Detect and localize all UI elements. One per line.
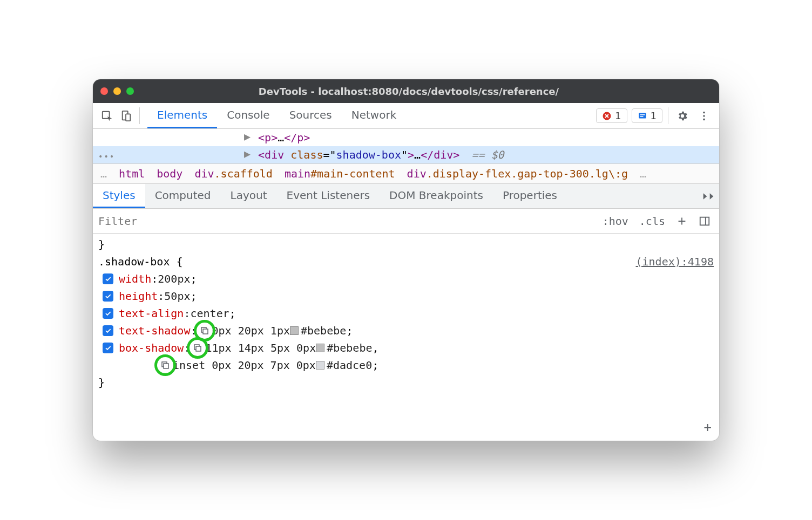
dom-breadcrumbs[interactable]: … html body div.scaffold main#main-conte… bbox=[93, 163, 719, 184]
tab-network[interactable]: Network bbox=[342, 103, 407, 128]
css-declaration[interactable]: text-align: center; bbox=[98, 305, 714, 322]
breadcrumb-item[interactable]: body bbox=[157, 167, 182, 180]
toolbar-separator bbox=[139, 107, 140, 124]
css-declaration[interactable]: text-shadow: 0px 20px 1px #bebebe; bbox=[98, 322, 714, 339]
styles-pane[interactable]: } .shadow-box { (index):4198 width: 200p… bbox=[93, 234, 719, 441]
dom-tree[interactable]: ▶ <p>…</p> ▶ <div class="shadow-box">…</… bbox=[93, 129, 719, 163]
devtools-window: DevTools - localhost:8080/docs/devtools/… bbox=[93, 79, 719, 441]
tab-console[interactable]: Console bbox=[217, 103, 279, 128]
main-tabs: Elements Console Sources Network bbox=[147, 103, 406, 128]
more-menu-icon[interactable] bbox=[693, 103, 715, 128]
toggle-cls-button[interactable]: .cls bbox=[634, 215, 671, 228]
subtab-properties[interactable]: Properties bbox=[493, 184, 567, 208]
rule-close-brace: } bbox=[98, 236, 714, 253]
shadow-editor-icon[interactable] bbox=[160, 360, 171, 371]
css-declaration[interactable]: width: 200px; bbox=[98, 270, 714, 288]
computed-sidebar-toggle-icon[interactable] bbox=[693, 215, 716, 227]
color-swatch-icon[interactable] bbox=[316, 361, 324, 370]
window-controls bbox=[100, 87, 134, 95]
tab-elements[interactable]: Elements bbox=[147, 103, 217, 128]
svg-point-9 bbox=[703, 118, 705, 120]
rule-source-link[interactable]: (index):4198 bbox=[636, 253, 714, 270]
dom-node[interactable]: ▶ <p>…</p> bbox=[93, 129, 719, 146]
expand-triangle-icon[interactable]: ▶ bbox=[244, 129, 252, 145]
toggle-hov-button[interactable]: :hov bbox=[597, 215, 634, 228]
inspect-element-icon[interactable] bbox=[97, 103, 117, 128]
subtab-layout[interactable]: Layout bbox=[221, 184, 277, 208]
css-declaration[interactable]: box-shadow: 11px 14px 5px 0px #bebebe, bbox=[98, 339, 714, 357]
close-window-button[interactable] bbox=[100, 87, 108, 95]
styles-subtabs: Styles Computed Layout Event Listeners D… bbox=[93, 184, 719, 209]
svg-rect-4 bbox=[639, 113, 646, 119]
issues-count: 1 bbox=[651, 110, 657, 121]
declaration-checkbox[interactable] bbox=[103, 325, 113, 336]
svg-rect-6 bbox=[640, 116, 643, 117]
declaration-checkbox[interactable] bbox=[103, 343, 113, 353]
more-subtabs-icon[interactable] bbox=[698, 184, 719, 208]
titlebar: DevTools - localhost:8080/docs/devtools/… bbox=[93, 79, 719, 103]
subtab-styles[interactable]: Styles bbox=[93, 184, 145, 208]
tab-sources[interactable]: Sources bbox=[280, 103, 342, 128]
device-toolbar-icon[interactable] bbox=[117, 103, 136, 128]
declaration-checkbox[interactable] bbox=[103, 291, 113, 302]
svg-rect-12 bbox=[203, 329, 208, 334]
breadcrumb-item[interactable]: div.display-flex.gap-top-300.lg\:g bbox=[407, 167, 628, 180]
svg-rect-16 bbox=[164, 364, 168, 368]
selected-node-marker: == $0 bbox=[471, 148, 504, 161]
breadcrumb-item[interactable]: main#main-content bbox=[285, 167, 395, 180]
subtab-dom-breakpoints[interactable]: DOM Breakpoints bbox=[380, 184, 493, 208]
new-style-rule-icon[interactable] bbox=[671, 215, 693, 227]
maximize-window-button[interactable] bbox=[126, 87, 134, 95]
rule-selector[interactable]: .shadow-box { bbox=[98, 253, 183, 270]
subtab-event-listeners[interactable]: Event Listeners bbox=[277, 184, 380, 208]
svg-rect-14 bbox=[196, 346, 201, 351]
color-swatch-icon[interactable] bbox=[316, 344, 324, 352]
window-title: DevTools - localhost:8080/docs/devtools/… bbox=[134, 86, 684, 97]
dom-node-selected[interactable]: ▶ <div class="shadow-box">…</div> == $0 bbox=[93, 146, 719, 163]
toolbar-separator bbox=[668, 107, 668, 124]
shadow-editor-icon[interactable] bbox=[199, 325, 210, 336]
breadcrumb-overflow-right[interactable]: … bbox=[640, 167, 646, 180]
css-declaration[interactable]: height: 50px; bbox=[98, 288, 714, 305]
declaration-checkbox[interactable] bbox=[103, 308, 113, 319]
breadcrumb-overflow-left[interactable]: … bbox=[100, 167, 107, 180]
main-toolbar: Elements Console Sources Network 1 1 bbox=[93, 103, 719, 129]
add-declaration-icon[interactable]: + bbox=[704, 417, 712, 437]
svg-rect-10 bbox=[700, 217, 709, 225]
declaration-checkbox[interactable] bbox=[103, 273, 113, 284]
breadcrumb-item[interactable]: html bbox=[119, 167, 145, 180]
svg-point-7 bbox=[703, 111, 705, 113]
minimize-window-button[interactable] bbox=[113, 87, 121, 95]
rule-header: .shadow-box { (index):4198 bbox=[98, 253, 714, 270]
subtab-computed[interactable]: Computed bbox=[145, 184, 221, 208]
breadcrumb-item[interactable]: div.scaffold bbox=[194, 167, 273, 180]
issues-badge[interactable]: 1 bbox=[632, 108, 662, 123]
errors-badge[interactable]: 1 bbox=[596, 108, 627, 123]
svg-rect-5 bbox=[640, 114, 645, 115]
styles-filter-input[interactable] bbox=[98, 215, 597, 228]
errors-count: 1 bbox=[615, 110, 621, 121]
color-swatch-icon[interactable] bbox=[290, 326, 299, 335]
styles-filter-row: :hov .cls bbox=[93, 209, 719, 234]
expand-triangle-icon[interactable]: ▶ bbox=[244, 145, 252, 162]
svg-rect-2 bbox=[126, 114, 130, 121]
css-declaration-continuation[interactable]: inset 0px 20px 7px 0px #dadce0; bbox=[98, 357, 714, 374]
rule-close-brace: } bbox=[98, 374, 714, 391]
svg-point-8 bbox=[703, 115, 705, 117]
settings-gear-icon[interactable] bbox=[672, 103, 693, 128]
shadow-editor-icon[interactable] bbox=[192, 343, 203, 353]
